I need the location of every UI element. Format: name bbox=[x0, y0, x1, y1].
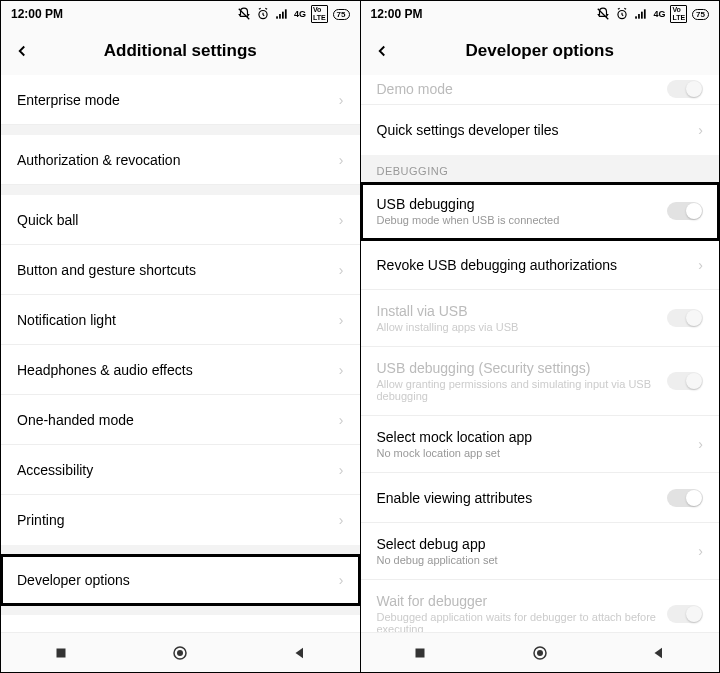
circle-icon bbox=[171, 644, 189, 662]
row-revoke-usb-auth[interactable]: Revoke USB debugging authorizations› bbox=[361, 240, 720, 290]
header: Developer options bbox=[361, 27, 720, 75]
nav-bar bbox=[1, 632, 360, 672]
signal-icon bbox=[634, 7, 648, 21]
nav-bar bbox=[361, 632, 720, 672]
battery-badge: 75 bbox=[333, 9, 350, 20]
back-button[interactable] bbox=[373, 42, 403, 60]
svg-marker-9 bbox=[295, 647, 303, 658]
square-icon bbox=[411, 644, 429, 662]
signal-icon bbox=[275, 7, 289, 21]
svg-rect-4 bbox=[282, 12, 284, 19]
status-icons: 4G VoLTE 75 bbox=[237, 5, 350, 23]
chevron-right-icon: › bbox=[339, 572, 344, 588]
triangle-left-icon bbox=[291, 644, 309, 662]
page-title: Additional settings bbox=[43, 41, 318, 61]
row-select-mock-location[interactable]: Select mock location appNo mock location… bbox=[361, 416, 720, 473]
svg-rect-14 bbox=[641, 12, 643, 19]
back-button[interactable] bbox=[13, 42, 43, 60]
network-type: 4G bbox=[653, 9, 665, 19]
network-type: 4G bbox=[294, 9, 306, 19]
svg-point-8 bbox=[177, 650, 183, 656]
status-bar: 12:00 PM 4G VoLTE 75 bbox=[1, 1, 360, 27]
row-backup-reset[interactable]: Backup & reset› bbox=[1, 615, 360, 632]
row-enterprise-mode[interactable]: Enterprise mode› bbox=[1, 75, 360, 125]
settings-list[interactable]: Enterprise mode› Authorization & revocat… bbox=[1, 75, 360, 632]
row-accessibility[interactable]: Accessibility› bbox=[1, 445, 360, 495]
nav-back-button[interactable] bbox=[650, 644, 668, 662]
nav-recent-button[interactable] bbox=[52, 644, 70, 662]
chevron-right-icon: › bbox=[339, 512, 344, 528]
chevron-left-icon bbox=[13, 42, 31, 60]
chevron-right-icon: › bbox=[698, 543, 703, 559]
chevron-right-icon: › bbox=[698, 436, 703, 452]
row-quick-ball[interactable]: Quick ball› bbox=[1, 195, 360, 245]
phone-developer-options: 12:00 PM 4G VoLTE 75 Developer options D… bbox=[361, 1, 720, 672]
page-title: Developer options bbox=[403, 41, 678, 61]
row-authorization-revocation[interactable]: Authorization & revocation› bbox=[1, 135, 360, 185]
row-usb-debugging-security[interactable]: USB debugging (Security settings)Allow g… bbox=[361, 347, 720, 416]
row-one-handed-mode[interactable]: One-handed mode› bbox=[1, 395, 360, 445]
svg-rect-6 bbox=[56, 648, 65, 657]
alarm-icon bbox=[615, 7, 629, 21]
chevron-right-icon: › bbox=[339, 92, 344, 108]
chevron-right-icon: › bbox=[698, 257, 703, 273]
chevron-right-icon: › bbox=[339, 412, 344, 428]
nav-home-button[interactable] bbox=[171, 644, 189, 662]
alarm-icon bbox=[256, 7, 270, 21]
header: Additional settings bbox=[1, 27, 360, 75]
chevron-right-icon: › bbox=[339, 152, 344, 168]
svg-rect-12 bbox=[636, 16, 638, 18]
square-icon bbox=[52, 644, 70, 662]
phone-additional-settings: 12:00 PM 4G VoLTE 75 Additional settings… bbox=[1, 1, 361, 672]
chevron-right-icon: › bbox=[339, 462, 344, 478]
svg-point-18 bbox=[537, 650, 543, 656]
status-time: 12:00 PM bbox=[371, 7, 423, 21]
nav-back-button[interactable] bbox=[291, 644, 309, 662]
svg-rect-3 bbox=[279, 14, 281, 19]
row-notification-light[interactable]: Notification light› bbox=[1, 295, 360, 345]
volte-badge: VoLTE bbox=[311, 5, 328, 23]
section-debugging: DEBUGGING bbox=[361, 155, 720, 183]
circle-icon bbox=[531, 644, 549, 662]
row-usb-debugging[interactable]: USB debuggingDebug mode when USB is conn… bbox=[361, 183, 720, 240]
row-button-gesture-shortcuts[interactable]: Button and gesture shortcuts› bbox=[1, 245, 360, 295]
battery-badge: 75 bbox=[692, 9, 709, 20]
chevron-right-icon: › bbox=[339, 262, 344, 278]
chevron-right-icon: › bbox=[339, 362, 344, 378]
toggle bbox=[667, 309, 703, 327]
status-bar: 12:00 PM 4G VoLTE 75 bbox=[361, 1, 720, 27]
svg-rect-16 bbox=[416, 648, 425, 657]
svg-rect-5 bbox=[285, 9, 287, 18]
toggle[interactable] bbox=[667, 489, 703, 507]
toggle[interactable] bbox=[667, 80, 703, 98]
toggle[interactable] bbox=[667, 202, 703, 220]
toggle bbox=[667, 605, 703, 623]
chevron-right-icon: › bbox=[339, 212, 344, 228]
status-time: 12:00 PM bbox=[11, 7, 63, 21]
svg-rect-15 bbox=[644, 9, 646, 18]
row-select-debug-app[interactable]: Select debug appNo debug application set… bbox=[361, 523, 720, 580]
row-enable-viewing-attributes[interactable]: Enable viewing attributes bbox=[361, 473, 720, 523]
svg-marker-19 bbox=[655, 647, 663, 658]
volte-badge: VoLTE bbox=[670, 5, 687, 23]
chevron-right-icon: › bbox=[339, 312, 344, 328]
settings-list[interactable]: Demo mode Quick settings developer tiles… bbox=[361, 75, 720, 632]
row-wait-for-debugger[interactable]: Wait for debuggerDebugged application wa… bbox=[361, 580, 720, 632]
row-printing[interactable]: Printing› bbox=[1, 495, 360, 545]
row-developer-options[interactable]: Developer options› bbox=[1, 555, 360, 605]
chevron-right-icon: › bbox=[698, 122, 703, 138]
chevron-left-icon bbox=[373, 42, 391, 60]
row-quick-settings-tiles[interactable]: Quick settings developer tiles› bbox=[361, 105, 720, 155]
svg-rect-13 bbox=[638, 14, 640, 19]
row-install-via-usb[interactable]: Install via USBAllow installing apps via… bbox=[361, 290, 720, 347]
toggle bbox=[667, 372, 703, 390]
dnd-icon bbox=[596, 7, 610, 21]
dnd-icon bbox=[237, 7, 251, 21]
svg-rect-2 bbox=[276, 16, 278, 18]
nav-home-button[interactable] bbox=[531, 644, 549, 662]
row-headphones-audio[interactable]: Headphones & audio effects› bbox=[1, 345, 360, 395]
status-icons: 4G VoLTE 75 bbox=[596, 5, 709, 23]
row-demo-mode[interactable]: Demo mode bbox=[361, 75, 720, 105]
nav-recent-button[interactable] bbox=[411, 644, 429, 662]
triangle-left-icon bbox=[650, 644, 668, 662]
